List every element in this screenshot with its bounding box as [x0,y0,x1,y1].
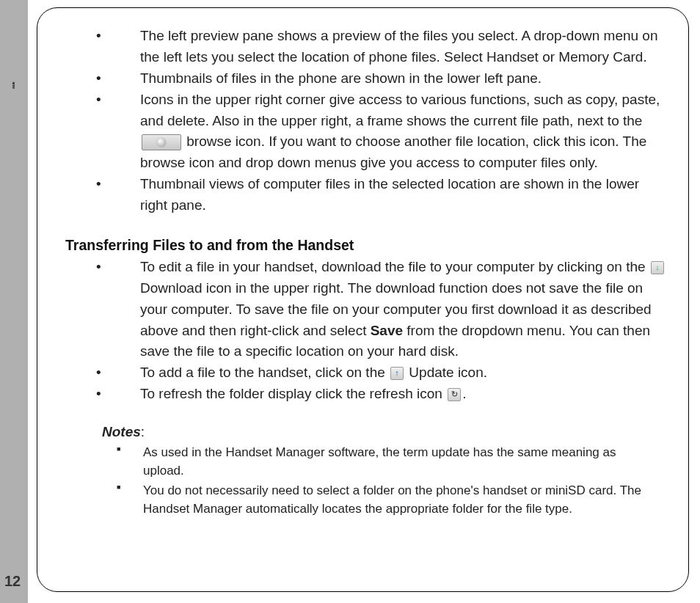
notes-text: You do not necessarily need to select a … [143,483,641,516]
notes-label: Notes [102,424,141,439]
notes-heading: Notes: [102,424,657,440]
svg-text:/SUS: /SUS [12,81,15,89]
download-icon [651,261,664,274]
list-text: Thumbnails of files in the phone are sho… [140,70,542,86]
save-bold: Save [371,323,403,338]
refresh-icon [448,388,461,401]
section-heading-transfer: Transferring Files to and from the Hands… [65,237,666,254]
list-text-pre: To add a file to the handset, click on t… [140,365,389,380]
notes-colon: : [141,424,145,439]
list-item: Icons in the upper right corner give acc… [96,89,666,175]
list-text-pre: To edit a file in your handset, download… [140,259,649,274]
overview-list: The left preview pane shows a preview of… [96,26,666,216]
notes-section: Notes: As used in the Handset Manager so… [102,424,657,519]
manual-sidebar: /SUS 12 [0,0,28,603]
list-item: The left preview pane shows a preview of… [96,26,666,68]
list-item: To edit a file in your handset, download… [96,257,666,362]
list-text-post: . [462,386,466,401]
notes-item: As used in the Handset Manager software,… [117,443,657,480]
list-item: To add a file to the handset, click on t… [96,362,666,384]
notes-list: As used in the Handset Manager software,… [102,443,657,519]
page-content: The left preview pane shows a preview of… [37,7,689,592]
list-text: Thumbnail views of computer files in the… [140,176,639,213]
brand-logo: /SUS [6,40,22,121]
notes-text: As used in the Handset Manager software,… [143,445,616,478]
list-text-post: Update icon. [405,365,487,380]
browse-icon [142,134,181,150]
list-item: Thumbnail views of computer files in the… [96,174,666,216]
list-text-post: browse icon. If you want to choose anoth… [140,134,646,170]
list-text-pre: To refresh the folder display click the … [140,386,446,401]
page-number: 12 [4,573,21,590]
list-item: To refresh the folder display click the … [96,384,666,405]
list-text-pre: Icons in the upper right corner give acc… [140,92,660,128]
transfer-list: To edit a file in your handset, download… [96,257,666,405]
notes-item: You do not necessarily need to select a … [117,481,657,518]
list-text: The left preview pane shows a preview of… [140,28,658,65]
list-item: Thumbnails of files in the phone are sho… [96,68,666,89]
update-icon [390,367,404,380]
